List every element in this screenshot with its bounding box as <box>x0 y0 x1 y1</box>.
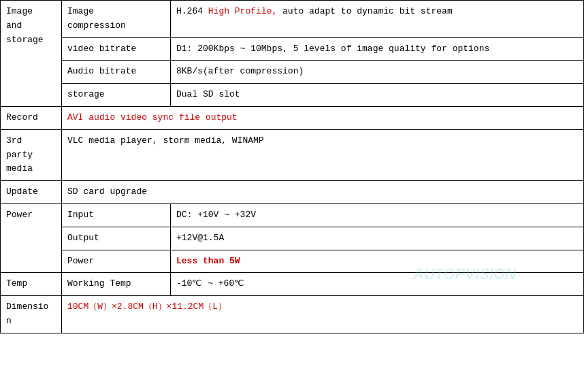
table-row: 3rdpartymedia VLC media player, storm me… <box>1 129 584 180</box>
working-temp-label: Working Temp <box>62 273 171 296</box>
table-row: Output +12V@1.5A <box>1 227 584 250</box>
power-label: Power <box>1 203 62 272</box>
table-row: video bitrate D1: 200Kbps ~ 10Mbps, 5 le… <box>1 37 584 61</box>
update-value: SD card upgrade <box>62 181 584 204</box>
dimension-text: 10CM（W）×2.8CM（H）×11.2CM（L） <box>67 301 227 312</box>
dimension-value: 10CM（W）×2.8CM（H）×11.2CM（L） <box>62 296 584 333</box>
storage-value: Dual SD slot <box>171 84 584 107</box>
power-consumption-label: Power <box>62 250 171 273</box>
working-temp-value: -10℃ ~ +60℃ <box>171 273 584 296</box>
table-row: Dimension 10CM（W）×2.8CM（H）×11.2CM（L） <box>1 296 584 333</box>
power-input-value: DC: +10V ~ +32V <box>171 203 584 227</box>
spec-table-wrapper: AUTOPVISION Imageandstorage Imagecompres… <box>0 0 584 333</box>
power-input-label: Input <box>62 203 171 227</box>
spec-table: Imageandstorage Imagecompression H.264 H… <box>0 0 584 333</box>
power-less-than-5w: Less than 5W <box>176 256 240 266</box>
video-bitrate-label: video bitrate <box>62 37 171 61</box>
table-row: Audio bitrate 8KB/s(after compression) <box>1 61 584 84</box>
audio-bitrate-value: 8KB/s(after compression) <box>171 61 584 84</box>
table-row: Power Less than 5W <box>1 250 584 273</box>
dimension-label: Dimension <box>1 296 62 333</box>
update-label: Update <box>1 181 62 204</box>
image-compression-label: Imagecompression <box>62 1 171 38</box>
record-text: AVI audio video sync file output <box>67 112 238 122</box>
table-row: Update SD card upgrade <box>1 181 584 204</box>
power-output-value: +12V@1.5A <box>171 227 584 250</box>
record-value: AVI audio video sync file output <box>62 106 584 129</box>
temp-label: Temp <box>1 273 62 296</box>
image-storage-label: Imageandstorage <box>1 1 62 107</box>
table-row: Record AVI audio video sync file output <box>1 106 584 129</box>
storage-label: storage <box>62 84 171 107</box>
third-party-label: 3rdpartymedia <box>1 129 62 180</box>
table-row: Temp Working Temp -10℃ ~ +60℃ <box>1 273 584 296</box>
power-output-label: Output <box>62 227 171 250</box>
table-row: Power Input DC: +10V ~ +32V <box>1 203 584 227</box>
table-row: Imageandstorage Imagecompression H.264 H… <box>1 1 584 38</box>
audio-bitrate-label: Audio bitrate <box>62 61 171 84</box>
video-bitrate-value: D1: 200Kbps ~ 10Mbps, 5 levels of image … <box>171 37 584 61</box>
power-consumption-value: Less than 5W <box>171 250 584 273</box>
high-profile-text: High Profile, <box>208 6 277 16</box>
image-compression-value: H.264 High Profile, auto adapt to dynami… <box>171 1 584 38</box>
third-party-value: VLC media player, storm media, WINAMP <box>62 129 584 180</box>
record-label: Record <box>1 106 62 129</box>
table-row: storage Dual SD slot <box>1 84 584 107</box>
